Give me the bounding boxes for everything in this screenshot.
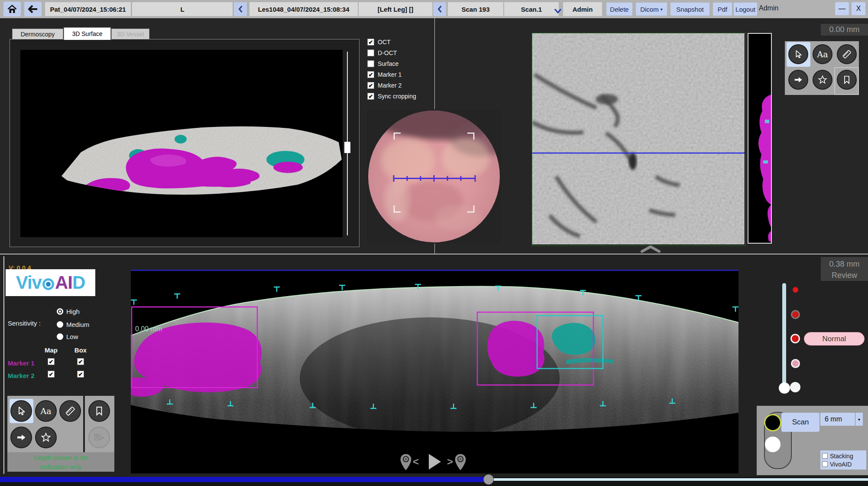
oct-checkbox[interactable] bbox=[367, 39, 374, 46]
minimize-window-button[interactable]: — bbox=[835, 2, 849, 15]
stacking-option-row[interactable]: Stacking bbox=[822, 453, 866, 460]
patient-id-field[interactable]: Pat_04/07/2024_15:06:21 bbox=[45, 2, 131, 16]
3d-surface-viewport[interactable] bbox=[20, 50, 343, 237]
map-export-tool-button-disabled bbox=[88, 427, 110, 448]
severity-dot-selected[interactable] bbox=[790, 334, 800, 343]
severity-dot-critical[interactable] bbox=[793, 287, 798, 293]
severity-dot-normal[interactable] bbox=[790, 382, 800, 392]
enface-oct-view[interactable] bbox=[532, 33, 746, 246]
marker2-checkbox[interactable] bbox=[367, 82, 374, 89]
overlay-option-doct[interactable]: D-OCT bbox=[367, 48, 397, 58]
sensitivity-high-label[interactable]: High bbox=[66, 308, 80, 315]
chevron-left-icon bbox=[238, 5, 243, 13]
previous-marker-button[interactable] bbox=[399, 453, 412, 471]
overlay-option-marker1[interactable]: Marker 1 bbox=[367, 70, 402, 79]
play-button[interactable] bbox=[427, 453, 442, 470]
pointer-tool-button[interactable] bbox=[10, 400, 32, 422]
sensitivity-label: Sensitivity : bbox=[8, 320, 41, 327]
pdf-button[interactable]: Pdf bbox=[713, 3, 732, 16]
severity-slider-track[interactable] bbox=[782, 283, 786, 392]
stacking-checkbox[interactable] bbox=[822, 453, 828, 459]
bscan-scrub-bar[interactable] bbox=[0, 477, 868, 486]
sensitivity-medium-label[interactable]: Medium bbox=[66, 321, 89, 328]
marker1-map-checkbox[interactable] bbox=[48, 358, 55, 365]
overlay-option-sync-cropping[interactable]: Sync cropping bbox=[367, 91, 416, 101]
notice-line1: Depth shown is for bbox=[7, 453, 114, 462]
star-tool-button[interactable] bbox=[35, 427, 57, 448]
dermoscopy-preview[interactable] bbox=[367, 109, 501, 244]
sync-cropping-checkbox[interactable] bbox=[367, 93, 374, 100]
next-marker-button[interactable] bbox=[454, 453, 467, 471]
logo-eye-icon bbox=[42, 278, 54, 290]
overlay-option-oct[interactable]: OCT bbox=[367, 37, 391, 47]
scrub-bar-thumb[interactable] bbox=[483, 474, 494, 485]
marker2-map-checkbox[interactable] bbox=[48, 371, 55, 378]
annotation-text-tool-button[interactable]: Aa bbox=[813, 44, 832, 64]
surface-checkbox[interactable] bbox=[367, 60, 374, 67]
pointer-tool-button[interactable] bbox=[788, 44, 808, 64]
scan-button[interactable]: Scan bbox=[781, 413, 819, 432]
dicom-dropdown-button[interactable]: Dicom ▾ bbox=[636, 3, 667, 16]
lesion-id-field[interactable]: Les1048_04/07/2024_15:08:34 bbox=[249, 2, 358, 16]
bookmark-tool-button[interactable] bbox=[88, 400, 110, 422]
ruler-tool-button[interactable] bbox=[59, 400, 81, 422]
marker2-box-checkbox[interactable] bbox=[77, 371, 84, 378]
previous-lesion-button[interactable] bbox=[234, 2, 247, 16]
laterality-field[interactable]: L bbox=[132, 2, 233, 16]
normal-classification-button[interactable]: Normal bbox=[804, 332, 865, 346]
logout-button[interactable]: Logout bbox=[734, 3, 757, 16]
vivosight-app-window: Pat_04/07/2024_15:06:21 L Les1048_04/07/… bbox=[0, 0, 868, 486]
sensitivity-medium-radio[interactable] bbox=[57, 321, 63, 328]
probe-button-icon bbox=[765, 437, 781, 452]
delete-button[interactable]: Delete bbox=[606, 3, 632, 16]
vivoaid-checkbox[interactable] bbox=[822, 461, 828, 467]
arrow-tool-button[interactable] bbox=[788, 70, 808, 90]
scrub-bar-remaining bbox=[494, 478, 868, 481]
ruler-tool-button[interactable] bbox=[837, 44, 857, 64]
arrow-tool-button[interactable] bbox=[10, 427, 32, 448]
back-button[interactable] bbox=[24, 2, 42, 16]
review-mode-label: Review bbox=[821, 270, 868, 281]
overlay-option-marker2[interactable]: Marker 2 bbox=[367, 81, 402, 90]
snapshot-button[interactable]: Snapshot bbox=[670, 3, 709, 16]
severity-dot-mild[interactable] bbox=[791, 359, 800, 368]
severity-slider-thumb[interactable] bbox=[779, 382, 790, 394]
tab-dermoscopy[interactable]: Dermoscopy bbox=[12, 29, 63, 40]
tab-3d-surface[interactable]: 3D Surface bbox=[64, 27, 111, 40]
arrow-icon bbox=[794, 75, 803, 85]
logo-text-ai: AI bbox=[55, 274, 72, 292]
sensitivity-low-radio[interactable] bbox=[57, 333, 63, 340]
bookmark-tool-button[interactable] bbox=[837, 70, 857, 90]
bookmark-icon bbox=[842, 75, 852, 85]
vivoaid-logo: VivAID bbox=[6, 269, 95, 296]
star-icon bbox=[818, 75, 827, 85]
logo-text-viv: Viv bbox=[16, 274, 42, 292]
bscan-view[interactable]: 0.00 mm bbox=[131, 270, 738, 473]
severity-dot-high[interactable] bbox=[791, 310, 800, 319]
step-forward-chevron[interactable]: > bbox=[447, 457, 453, 467]
star-tool-button[interactable] bbox=[813, 70, 832, 90]
panel-collapse-handle[interactable] bbox=[638, 245, 663, 253]
close-window-button[interactable]: X bbox=[852, 2, 865, 15]
home-button[interactable] bbox=[3, 2, 21, 16]
d-oct-checkbox[interactable] bbox=[367, 49, 374, 56]
step-back-chevron[interactable]: < bbox=[413, 457, 419, 467]
overlay-option-surface[interactable]: Surface bbox=[367, 59, 398, 68]
lesion-location-field[interactable]: [Left Leg] [] bbox=[359, 2, 432, 16]
vivoaid-option-row[interactable]: VivoAID bbox=[822, 461, 866, 468]
marker-depth-strip-image bbox=[748, 34, 771, 243]
3d-depth-slider-thumb[interactable] bbox=[344, 142, 350, 153]
surface-label: Surface bbox=[378, 60, 398, 67]
sensitivity-high-radio[interactable] bbox=[57, 308, 63, 315]
bscan-depth-label: 0.00 mm bbox=[135, 325, 162, 333]
marker1-row-label: Marker 1 bbox=[8, 359, 35, 367]
scan-select-dropdown[interactable]: Scan.1 bbox=[504, 2, 559, 16]
scan-length-dropdown[interactable]: 6 mm ▾ bbox=[820, 413, 863, 426]
marker1-box-checkbox[interactable] bbox=[77, 358, 84, 365]
marker1-checkbox[interactable] bbox=[367, 71, 374, 78]
annotation-text-tool-button[interactable]: Aa bbox=[35, 400, 57, 422]
top-views-section: Dermoscopy 3D Surface 3D Vessel bbox=[0, 18, 868, 254]
previous-scan-button[interactable] bbox=[433, 2, 446, 16]
sensitivity-low-label[interactable]: Low bbox=[66, 333, 78, 340]
chevron-down-icon[interactable] bbox=[554, 8, 562, 15]
